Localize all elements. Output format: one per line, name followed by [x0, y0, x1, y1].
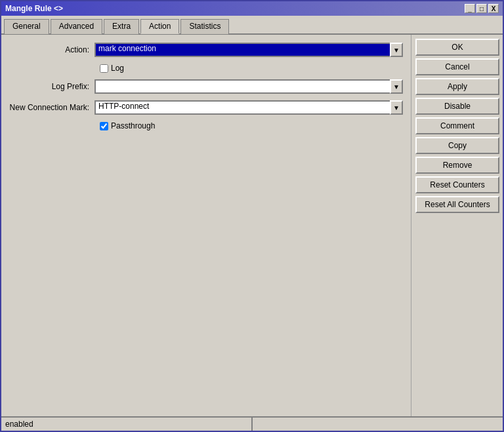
action-dropdown-button[interactable]: ▼ — [390, 43, 403, 57]
side-panel: OK Cancel Apply Disable Comment Copy Rem… — [411, 35, 503, 416]
action-select-container: mark connection ▼ — [94, 43, 403, 57]
tab-statistics[interactable]: Statistics — [180, 19, 229, 34]
apply-button[interactable]: Apply — [415, 78, 499, 95]
log-label[interactable]: Log — [111, 64, 124, 73]
tab-advanced[interactable]: Advanced — [51, 19, 102, 34]
main-window: Mangle Rule <> _ □ X General Advanced Ex… — [0, 0, 504, 432]
new-connection-mark-container: HTTP-connect ▼ — [94, 100, 403, 115]
disable-button[interactable]: Disable — [415, 98, 499, 115]
cancel-button[interactable]: Cancel — [415, 58, 499, 75]
main-panel: Action: mark connection ▼ Log Log Prefix… — [1, 35, 411, 416]
window-title: Mangle Rule <> — [5, 4, 63, 13]
tab-action[interactable]: Action — [140, 19, 179, 34]
new-connection-mark-value[interactable]: HTTP-connect — [94, 100, 390, 115]
content-area: Action: mark connection ▼ Log Log Prefix… — [1, 35, 503, 416]
remove-button[interactable]: Remove — [415, 157, 499, 174]
action-label: Action: — [9, 45, 94, 54]
tab-general[interactable]: General — [4, 19, 49, 34]
tab-extra[interactable]: Extra — [104, 19, 139, 34]
log-prefix-dropdown-button[interactable]: ▼ — [390, 79, 403, 94]
log-row: Log — [9, 64, 403, 73]
close-button[interactable]: X — [488, 4, 499, 13]
new-connection-mark-dropdown-button[interactable]: ▼ — [390, 100, 403, 115]
passthrough-label[interactable]: Passthrough — [111, 121, 155, 130]
title-bar-buttons: _ □ X — [465, 4, 499, 13]
comment-button[interactable]: Comment — [415, 117, 499, 134]
maximize-button[interactable]: □ — [476, 4, 487, 13]
tab-bar: General Advanced Extra Action Statistics — [1, 16, 503, 35]
passthrough-row: Passthrough — [9, 121, 403, 130]
log-prefix-row: Log Prefix: ▼ — [9, 79, 403, 94]
minimize-button[interactable]: _ — [465, 4, 475, 13]
log-prefix-value[interactable] — [94, 79, 390, 94]
action-row: Action: mark connection ▼ — [9, 43, 403, 57]
log-prefix-select-container: ▼ — [94, 79, 403, 94]
log-prefix-label: Log Prefix: — [9, 82, 94, 91]
copy-button[interactable]: Copy — [415, 137, 499, 154]
status-left: enabled — [1, 418, 253, 431]
ok-button[interactable]: OK — [415, 39, 499, 56]
new-connection-mark-label: New Connection Mark: — [9, 103, 94, 112]
status-bar: enabled — [1, 416, 503, 431]
reset-all-counters-button[interactable]: Reset All Counters — [415, 196, 499, 213]
status-right — [253, 418, 503, 431]
action-value[interactable]: mark connection — [94, 43, 390, 57]
reset-counters-button[interactable]: Reset Counters — [415, 176, 499, 193]
new-connection-mark-row: New Connection Mark: HTTP-connect ▼ — [9, 100, 403, 115]
log-checkbox[interactable] — [100, 64, 108, 73]
passthrough-checkbox[interactable] — [100, 122, 108, 130]
title-bar: Mangle Rule <> _ □ X — [1, 1, 503, 16]
